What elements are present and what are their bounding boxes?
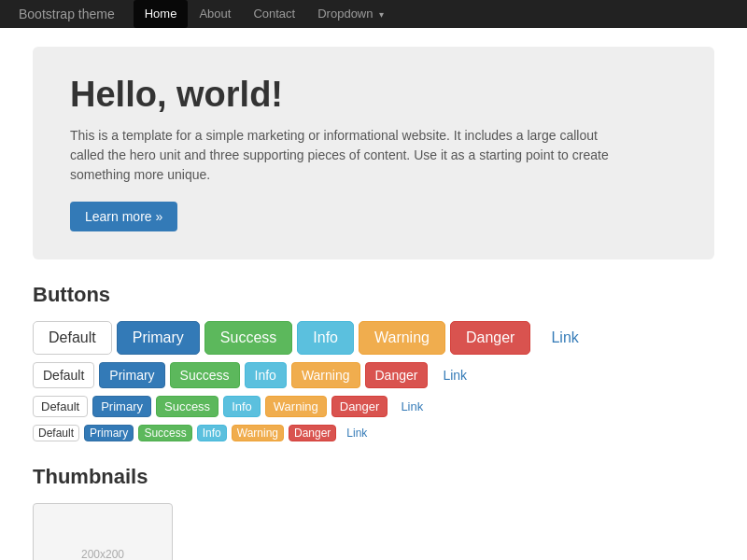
navbar: Bootstrap theme Home About Contact Dropd… xyxy=(0,0,747,28)
nav-item-about[interactable]: About xyxy=(188,0,242,29)
btn-danger-md[interactable]: Danger xyxy=(365,362,429,388)
main-container: Hello, world! This is a template for a s… xyxy=(19,28,728,560)
btn-info-xs[interactable]: Info xyxy=(197,425,227,441)
btn-primary-md[interactable]: Primary xyxy=(99,362,164,388)
thumbnail-placeholder: 200x200 xyxy=(33,503,173,560)
button-row-lg: Default Primary Success Info Warning Dan… xyxy=(33,321,714,355)
nav-link-contact[interactable]: Contact xyxy=(242,0,306,28)
btn-info-sm[interactable]: Info xyxy=(223,396,261,417)
btn-primary-xs[interactable]: Primary xyxy=(84,425,134,441)
nav-item-dropdown[interactable]: Dropdown ▾ xyxy=(306,0,395,29)
nav-link-dropdown[interactable]: Dropdown ▾ xyxy=(306,0,395,29)
navbar-brand[interactable]: Bootstrap theme xyxy=(19,7,115,21)
chevron-down-icon: ▾ xyxy=(379,9,384,20)
hero-heading: Hello, world! xyxy=(70,75,677,115)
jumbotron: Hello, world! This is a template for a s… xyxy=(33,47,714,259)
nav-link-about[interactable]: About xyxy=(188,0,242,28)
btn-link-sm[interactable]: Link xyxy=(392,396,431,417)
button-row-xs: Default Primary Success Info Warning Dan… xyxy=(33,425,714,441)
buttons-section-title: Buttons xyxy=(33,283,714,307)
btn-warning-md[interactable]: Warning xyxy=(291,362,360,388)
btn-default-md[interactable]: Default xyxy=(33,362,94,388)
btn-link-lg[interactable]: Link xyxy=(535,321,594,355)
btn-success-xs[interactable]: Success xyxy=(138,425,191,441)
btn-link-xs[interactable]: Link xyxy=(341,425,373,441)
btn-default-sm[interactable]: Default xyxy=(33,396,88,417)
btn-primary-sm[interactable]: Primary xyxy=(92,396,151,417)
button-row-md: Default Primary Success Info Warning Dan… xyxy=(33,362,714,388)
btn-danger-xs[interactable]: Danger xyxy=(289,425,336,441)
btn-danger-lg[interactable]: Danger xyxy=(450,321,530,355)
btn-danger-sm[interactable]: Danger xyxy=(331,396,388,417)
btn-warning-xs[interactable]: Warning xyxy=(232,425,284,441)
hero-body: This is a template for a simple marketin… xyxy=(70,126,612,185)
btn-link-md[interactable]: Link xyxy=(432,362,477,388)
learn-more-button[interactable]: Learn more » xyxy=(70,202,177,231)
nav-link-home[interactable]: Home xyxy=(134,0,189,28)
btn-info-lg[interactable]: Info xyxy=(297,321,354,355)
btn-primary-lg[interactable]: Primary xyxy=(117,321,200,355)
button-row-sm: Default Primary Success Info Warning Dan… xyxy=(33,396,714,417)
thumbnail-placeholder-label: 200x200 xyxy=(81,548,124,560)
navbar-nav: Home About Contact Dropdown ▾ xyxy=(134,0,395,29)
thumbnails-section-title: Thumbnails xyxy=(33,465,714,489)
thumbnails-section: Thumbnails 200x200 xyxy=(33,465,714,560)
buttons-section: Buttons Default Primary Success Info War… xyxy=(33,283,714,441)
nav-item-home[interactable]: Home xyxy=(134,0,189,29)
btn-info-md[interactable]: Info xyxy=(245,362,287,388)
btn-warning-sm[interactable]: Warning xyxy=(265,396,327,417)
btn-success-lg[interactable]: Success xyxy=(204,321,292,355)
btn-success-md[interactable]: Success xyxy=(170,362,240,388)
btn-default-xs[interactable]: Default xyxy=(33,425,79,441)
btn-success-sm[interactable]: Success xyxy=(156,396,218,417)
nav-item-contact[interactable]: Contact xyxy=(242,0,306,29)
btn-default-lg[interactable]: Default xyxy=(33,321,112,355)
btn-warning-lg[interactable]: Warning xyxy=(359,321,445,355)
